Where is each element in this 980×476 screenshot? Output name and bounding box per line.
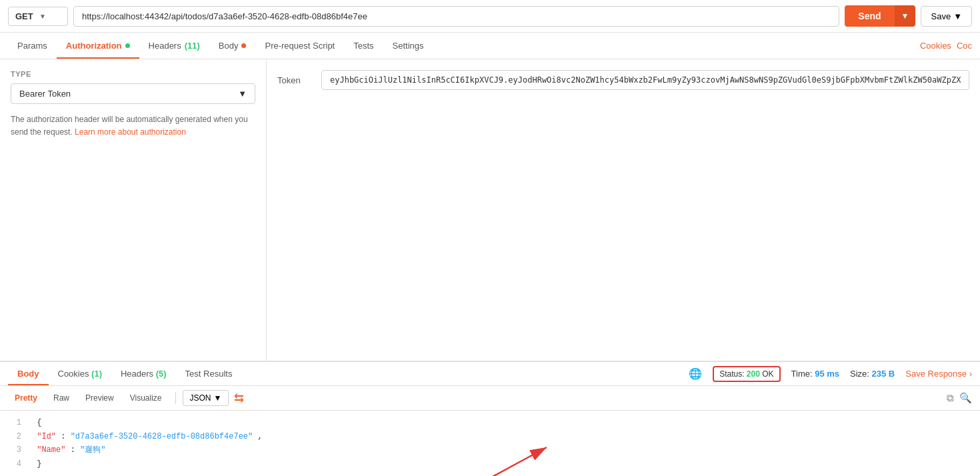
method-select[interactable]: GET ▼ — [8, 7, 68, 26]
learn-more-link[interactable]: Learn more about authorization — [75, 127, 186, 137]
token-row: Token — [277, 70, 969, 90]
format-type-value: JSON — [190, 393, 211, 403]
globe-icon: 🌐 — [689, 367, 702, 380]
tab-tests[interactable]: Tests — [344, 33, 383, 59]
visualize-button[interactable]: Visualize — [123, 391, 169, 405]
status-text: OK — [762, 369, 773, 379]
copy-button[interactable]: ⧉ — [947, 392, 954, 404]
auth-type-select[interactable]: Bearer Token ▼ — [11, 83, 255, 104]
request-body-area: TYPE Bearer Token ▼ The authorization he… — [0, 59, 980, 361]
format-type-select[interactable]: JSON ▼ — [183, 390, 229, 406]
response-tab-headers[interactable]: Headers (5) — [111, 362, 176, 385]
send-button[interactable]: Send — [845, 5, 894, 27]
auth-panel: TYPE Bearer Token ▼ The authorization he… — [0, 59, 267, 361]
size-label: Size: 235 B — [850, 369, 895, 379]
status-code: 200 — [747, 369, 760, 379]
code-output-area: 1 { 2 "Id" : "d7a3a6ef-3520-4628-edfb-08… — [0, 411, 980, 476]
send-dropdown-button[interactable]: ▼ — [895, 5, 916, 27]
save-button[interactable]: Save ▼ — [921, 6, 972, 27]
pretty-button[interactable]: Pretty — [8, 391, 44, 405]
request-tabs-bar: Params Authorization Headers (11) Body P… — [0, 33, 980, 59]
code-line-3: 3 "Name" : "遛狗" — [8, 443, 972, 457]
code-line-4: 4 } — [8, 457, 972, 471]
save-response-button[interactable]: Save Response › — [905, 369, 972, 379]
method-value: GET — [15, 11, 37, 21]
response-tabs-bar: Body Cookies (1) Headers (5) Test Result… — [0, 362, 980, 386]
authorization-active-dot — [125, 43, 130, 48]
status-badge: Status: 200 OK — [713, 366, 780, 382]
send-btn-group: Send ▼ — [845, 5, 915, 27]
url-bar: GET ▼ Send ▼ Save ▼ — [0, 0, 980, 33]
method-chevron-icon: ▼ — [39, 13, 61, 20]
token-panel: Token — [267, 59, 980, 361]
cookies-link[interactable]: Cookies — [920, 41, 951, 51]
app-container: GET ▼ Send ▼ Save ▼ Params Authorization… — [0, 0, 980, 476]
tab-body[interactable]: Body — [209, 33, 256, 59]
token-label: Token — [277, 75, 311, 85]
format-bar: Pretty Raw Preview Visualize JSON ▼ ⇆ ⧉ … — [0, 386, 980, 411]
url-input[interactable] — [73, 6, 839, 27]
code-line-2: 2 "Id" : "d7a3a6ef-3520-4628-edfb-08d86b… — [8, 430, 972, 443]
code-area: 1 { 2 "Id" : "d7a3a6ef-3520-4628-edfb-08… — [0, 411, 980, 476]
tab-settings[interactable]: Settings — [383, 33, 433, 59]
tab-authorization[interactable]: Authorization — [57, 33, 139, 59]
token-input[interactable] — [321, 70, 969, 90]
time-label: Time: 95 ms — [791, 369, 840, 379]
code-line-1: 1 { — [8, 416, 972, 429]
save-chevron-icon: ▼ — [953, 11, 962, 21]
tabs-right-area: Cookies Coc — [920, 41, 972, 51]
type-label: TYPE — [11, 70, 255, 78]
wrap-button[interactable]: ⇆ — [234, 391, 244, 405]
auth-info-text: The authorization header will be automat… — [11, 113, 255, 139]
response-tab-test-results[interactable]: Test Results — [176, 362, 242, 385]
tab-params[interactable]: Params — [8, 33, 57, 59]
format-divider — [175, 392, 176, 404]
body-dot — [241, 43, 246, 48]
response-tab-body[interactable]: Body — [8, 362, 49, 385]
format-type-chevron-icon: ▼ — [214, 393, 222, 403]
response-tab-cookies[interactable]: Cookies (1) — [49, 362, 111, 385]
tab-pre-request[interactable]: Pre-request Script — [255, 33, 344, 59]
raw-button[interactable]: Raw — [47, 391, 76, 405]
status-bar: 🌐 Status: 200 OK Time: 95 ms Size: 235 B… — [689, 366, 972, 382]
preview-button[interactable]: Preview — [79, 391, 121, 405]
auth-type-chevron-icon: ▼ — [238, 89, 247, 99]
more-link[interactable]: Coc — [957, 41, 972, 51]
auth-type-value: Bearer Token — [19, 89, 71, 99]
search-button[interactable]: 🔍 — [959, 392, 972, 404]
response-area: Body Cookies (1) Headers (5) Test Result… — [0, 361, 980, 476]
tab-headers[interactable]: Headers (11) — [139, 33, 209, 59]
